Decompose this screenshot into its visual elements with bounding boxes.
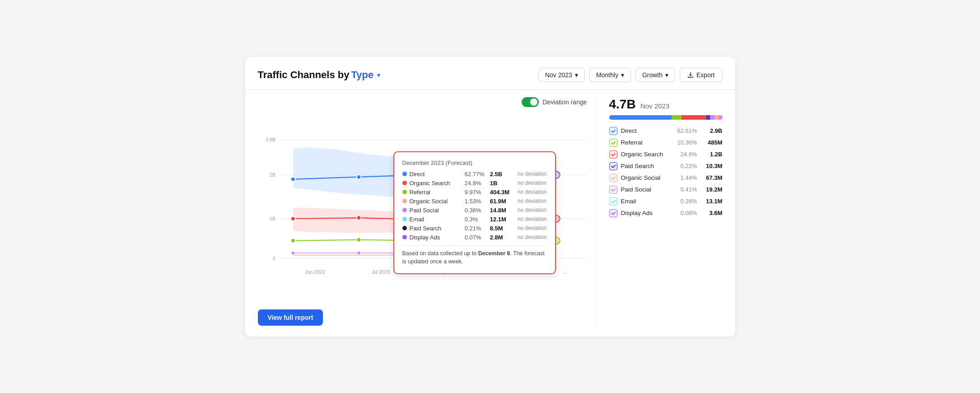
svg-text:Jul 2023: Jul 2023 [371,269,389,274]
tooltip-val: 8.5M [490,225,515,232]
svg-point-19 [356,215,361,220]
tooltip-pct: 62.77% [465,171,487,178]
tooltip-pct: 9.97% [465,189,487,196]
legend-checkbox[interactable] [609,162,617,170]
svg-text:Jun 2023: Jun 2023 [305,269,325,274]
tooltip-row: Organic Social 1.53% 61.9M no deviation [402,198,547,205]
tooltip-val: 2.5B [490,171,515,178]
tooltip-row: Referral 9.97% 404.3M no deviation [402,189,547,196]
check-icon [611,140,616,145]
tooltip-val: 14.8M [490,207,515,214]
legend-checkbox[interactable] [609,139,617,147]
legend-row: Direct 62.61% 2.9B [609,127,723,135]
legend-checkbox[interactable] [609,197,617,206]
tooltip-pct: 0.21% [465,225,487,232]
tooltip-dot [402,226,407,230]
summary-date: Nov 2023 [640,102,669,110]
check-icon [611,152,616,157]
summary-total: 4.7B [609,97,636,111]
forecast-tooltip: December 2023 (Forecast) Direct 62.77% 2… [393,151,556,275]
tooltip-footer: Based on data collected up to December 8… [402,245,547,267]
tooltip-val: 404.3M [490,189,515,196]
tooltip-dot [402,235,407,239]
deviation-toggle-row: Deviation range [258,97,587,107]
legend-checkbox[interactable] [609,209,617,217]
chevron-down-icon: ▾ [665,71,668,79]
tooltip-dot [402,190,407,194]
tooltip-channel: Organic Search [410,180,462,187]
tooltip-channel: Paid Social [410,207,462,214]
divider [245,89,735,90]
growth-label: Growth [642,71,663,79]
legend-pct: 24.6% [675,151,697,158]
chart-area: Deviation range 3.8B 2B 1B 0 Jun 2023 [258,97,587,326]
summary-total-row: 4.7B Nov 2023 [609,97,723,112]
svg-text:0: 0 [272,255,275,261]
chevron-down-icon[interactable]: ▾ [377,71,380,79]
export-icon [687,72,694,78]
export-button[interactable]: Export [680,68,722,82]
date-dropdown[interactable]: Nov 2023 ▾ [538,68,585,82]
legend-row: Email 0.28% 13.1M [609,197,723,206]
main-card: Traffic Channels by Type ▾ Nov 2023 ▾ Mo… [245,57,735,337]
legend-checkbox[interactable] [609,186,617,194]
legend-value: 67.3M [701,174,723,181]
legend-name: Paid Social [621,186,671,193]
title-prefix: Traffic Channels by [258,69,350,81]
tooltip-dot [402,217,407,221]
svg-point-23 [290,238,295,243]
growth-dropdown[interactable]: Growth ▾ [635,68,675,82]
tooltip-row: Paid Search 0.21% 8.5M no deviation [402,225,547,232]
color-bar-segment [681,115,706,120]
tooltip-channel: Paid Search [410,225,462,232]
deviation-toggle-switch[interactable] [522,97,539,107]
tooltip-row: Paid Social 0.36% 14.8M no deviation [402,207,547,214]
svg-text:3.8B: 3.8B [265,137,275,142]
legend-checkbox[interactable] [609,174,617,182]
check-icon [611,211,616,216]
legend-row: Organic Social 1.44% 67.3M [609,174,723,182]
check-icon [611,199,616,204]
legend-list: Direct 62.61% 2.9B Referral 10.36% 485M … [609,127,723,217]
monthly-dropdown[interactable]: Monthly ▾ [589,68,631,82]
tooltip-val: 2.8M [490,234,515,241]
tooltip-pct: 1.53% [465,198,487,205]
legend-checkbox[interactable] [609,150,617,159]
legend-value: 2.9B [701,127,723,134]
tooltip-title: December 2023 (Forecast) [402,159,547,166]
svg-text:2B: 2B [269,172,275,177]
legend-name: Email [621,198,671,205]
legend-pct: 62.61% [675,127,697,134]
tooltip-dot [402,199,407,203]
legend-name: Direct [621,127,671,134]
legend-value: 13.1M [701,198,723,205]
right-panel: 4.7B Nov 2023 Direct 62.61% 2.9B Referra… [596,97,723,326]
view-full-report-button[interactable]: View full report [258,309,323,326]
tooltip-channel: Organic Social [410,198,462,205]
header: Traffic Channels by Type ▾ Nov 2023 ▾ Mo… [258,68,723,82]
legend-name: Paid Search [621,163,671,169]
header-controls: Nov 2023 ▾ Monthly ▾ Growth ▾ Export [538,68,723,82]
legend-value: 1.2B [701,151,723,158]
tooltip-channel: Display Ads [410,234,462,241]
tooltip-row: Organic Search 24.8% 1B no deviation [402,180,547,187]
tooltip-deviation: no deviation [518,180,547,186]
legend-pct: 0.08% [675,210,697,216]
legend-value: 10.3M [701,163,723,169]
legend-checkbox[interactable] [609,127,617,135]
tooltip-deviation: no deviation [518,171,547,177]
export-label: Export [696,71,714,79]
tooltip-pct: 0.36% [465,207,487,214]
legend-pct: 10.36% [675,139,697,146]
check-icon [611,164,616,169]
legend-row: Referral 10.36% 485M [609,139,723,147]
svg-point-28 [291,251,294,255]
check-icon [611,128,616,134]
tooltip-rows: Direct 62.77% 2.5B no deviation Organic … [402,171,547,241]
legend-name: Organic Search [621,151,671,158]
tooltip-channel: Referral [410,189,462,196]
tooltip-deviation: no deviation [518,225,547,231]
color-bar-segment [710,115,714,120]
tooltip-row: Direct 62.77% 2.5B no deviation [402,171,547,178]
color-bar-segment [714,115,719,120]
